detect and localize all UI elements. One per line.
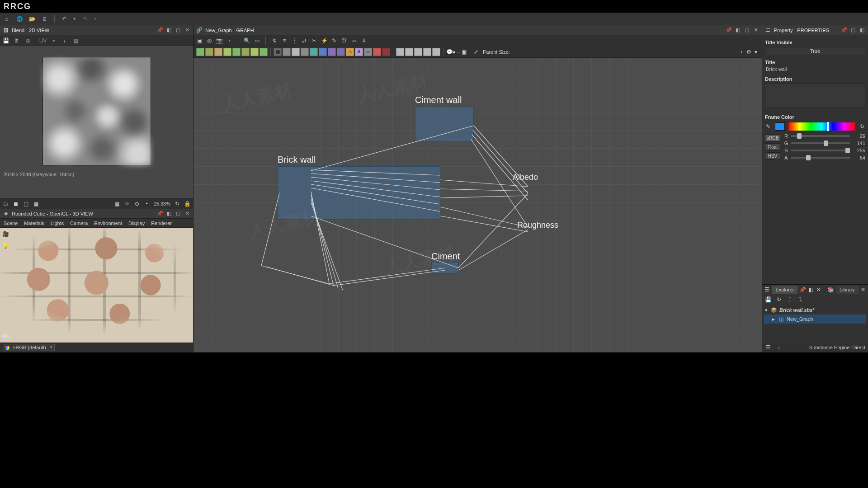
slider-b-thumb[interactable] <box>845 148 850 153</box>
node-op2[interactable] <box>405 48 413 56</box>
pin-icon[interactable]: 📌 <box>157 211 163 217</box>
light-icon[interactable]: 💡 <box>2 242 9 249</box>
select-icon[interactable]: ▭ <box>254 38 260 44</box>
list-icon[interactable]: ☰ <box>765 344 771 351</box>
slider-a-track[interactable] <box>791 157 850 159</box>
solo-icon[interactable]: ◼ <box>13 201 19 207</box>
view2d-canvas[interactable]: 2048 x 2048 (Grayscale, 16bpc) <box>0 46 193 198</box>
slider-r-thumb[interactable] <box>797 133 802 139</box>
close-icon[interactable]: ✕ <box>184 211 190 217</box>
caret-down-icon[interactable]: ▾ <box>764 307 769 313</box>
node-input[interactable] <box>382 48 390 56</box>
frame-all-icon[interactable]: ▣ <box>196 38 203 44</box>
explorer-close-icon[interactable]: ✕ <box>816 286 821 293</box>
globe-icon[interactable]: 🌐 <box>15 15 24 23</box>
menu-lights[interactable]: Lights <box>51 221 64 226</box>
node-op1[interactable] <box>396 48 404 56</box>
undo-icon[interactable]: ↶ <box>60 15 68 23</box>
undo-dropdown-icon[interactable]: ▾ <box>73 15 76 23</box>
caret-right-icon[interactable]: ▸ <box>771 316 776 322</box>
node-op4[interactable] <box>423 48 431 56</box>
save-all-icon[interactable]: 🗎 <box>41 15 49 23</box>
library-close-icon[interactable]: ✕ <box>860 286 866 293</box>
node-bitmap[interactable]: ⚠ <box>346 48 354 56</box>
node-blend[interactable] <box>205 48 213 56</box>
view3d-canvas[interactable]: 🎥 💡 �ííí <box>0 228 193 343</box>
info-icon[interactable]: i <box>61 38 68 44</box>
hue-strip[interactable] <box>788 122 855 131</box>
node-frame[interactable]: ▭ <box>364 48 372 56</box>
camera-icon[interactable]: 🎥 <box>2 230 9 238</box>
histogram-icon[interactable]: ▥ <box>72 38 79 44</box>
tile-icon[interactable]: ✧ <box>124 201 130 207</box>
node-font[interactable]: A <box>355 48 363 56</box>
graph-more-icon[interactable]: › <box>738 49 745 55</box>
close-icon[interactable]: ✕ <box>184 27 190 33</box>
layers-icon[interactable]: 🗂 <box>3 201 9 207</box>
slider-g-thumb[interactable] <box>824 141 828 146</box>
menu-display[interactable]: Display <box>128 221 145 226</box>
align-v-icon[interactable]: ⋮ <box>291 38 297 44</box>
explorer-popout-icon[interactable]: ◧ <box>807 286 813 293</box>
eyedropper-icon[interactable]: ✎ <box>765 123 771 130</box>
node-warp[interactable] <box>250 48 259 56</box>
node-height[interactable] <box>337 48 345 56</box>
tab-library[interactable]: Library <box>836 286 859 294</box>
highlight-icon[interactable]: ⚡ <box>321 38 327 44</box>
save-icon[interactable]: 💾 <box>3 38 9 44</box>
node-curve[interactable] <box>232 48 241 56</box>
info-icon[interactable]: i <box>776 344 782 351</box>
menu-scene[interactable]: Scene <box>4 221 18 226</box>
slider-g-track[interactable] <box>791 142 850 144</box>
timer-icon[interactable]: ⏱ <box>341 38 347 44</box>
crop-icon[interactable]: ▱ <box>351 38 357 44</box>
refresh-icon[interactable]: ↻ <box>174 201 180 207</box>
explorer-icon[interactable]: ☰ <box>764 286 770 293</box>
alpha-icon[interactable]: ▦ <box>33 201 39 207</box>
grid-toggle-icon[interactable]: # <box>361 38 367 44</box>
tree-file-row[interactable]: ▾ 📦 Brick wall.sbs* <box>764 305 866 314</box>
focus-icon[interactable]: ◎ <box>206 38 212 44</box>
popout-icon[interactable]: ◧ <box>166 27 172 33</box>
folder-open-icon[interactable]: 📂 <box>28 15 36 23</box>
pin-icon[interactable]: 📌 <box>726 27 732 33</box>
menu-camera[interactable]: Camera <box>70 221 88 226</box>
slider-g-value[interactable]: 141 <box>853 141 865 146</box>
portal-icon[interactable]: ▣ <box>461 49 467 55</box>
graph-dropdown-icon[interactable]: ▾ <box>753 49 759 55</box>
slider-a-value[interactable]: 64 <box>853 155 865 160</box>
dot-icon[interactable]: • <box>144 201 150 207</box>
node-shape[interactable] <box>283 48 291 56</box>
redo-icon[interactable]: ↷ <box>81 15 89 23</box>
info-icon[interactable]: i <box>226 38 232 44</box>
redo-dropdown-icon[interactable]: ▾ <box>94 15 97 23</box>
gizmo-icon[interactable]: �ííí <box>3 333 10 340</box>
mode-srgb-button[interactable]: sRGB <box>765 134 780 141</box>
dropdown-icon[interactable]: ▾ <box>51 38 57 44</box>
pin-icon[interactable]: 📌 <box>841 27 847 33</box>
auto-layout-icon[interactable]: ⇄ <box>301 38 307 44</box>
slider-b-track[interactable] <box>791 150 850 151</box>
grid-icon[interactable]: ▦ <box>114 201 120 207</box>
node-blur[interactable] <box>259 48 268 56</box>
prop-title-value[interactable]: Brick wall <box>765 66 865 72</box>
graph-settings-icon[interactable]: ⚙ <box>745 49 752 55</box>
library-icon[interactable]: 📚 <box>828 286 834 293</box>
channel-icon[interactable]: ◫ <box>23 201 29 207</box>
cut-link-icon[interactable]: ✂ <box>311 38 317 44</box>
reload-icon[interactable]: ↻ <box>776 296 782 303</box>
pen-icon[interactable]: ✎ <box>331 38 337 44</box>
node-op5[interactable] <box>432 48 440 56</box>
hue-marker[interactable] <box>827 122 829 131</box>
uv-toggle[interactable]: UV <box>40 38 46 44</box>
explorer-pin-icon[interactable]: 📌 <box>799 286 806 293</box>
node-op3[interactable] <box>414 48 422 56</box>
link-icon[interactable]: ↯ <box>271 38 278 44</box>
maximize-icon[interactable]: ▢ <box>175 211 181 217</box>
prop-description-box[interactable] <box>765 84 865 108</box>
menu-materials[interactable]: Materials <box>24 221 44 226</box>
tree-graph-row[interactable]: ▸ ◫ New_Graph <box>764 314 866 324</box>
pin-icon[interactable]: 📌 <box>157 27 163 33</box>
mode-hsv-button[interactable]: HSV <box>765 152 780 160</box>
node-uniform-color[interactable] <box>196 48 204 56</box>
